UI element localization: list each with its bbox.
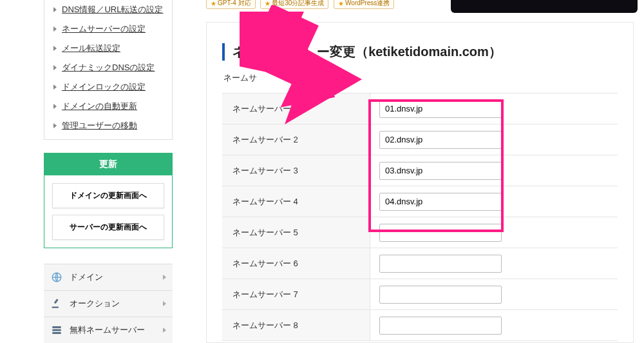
server-icon bbox=[50, 324, 63, 337]
svg-rect-2 bbox=[52, 307, 59, 308]
ns-label: ネームサーバー 8 bbox=[222, 310, 370, 340]
ns-row-1: ネームサーバー 1 bbox=[222, 93, 618, 124]
chevron-right-icon bbox=[163, 301, 166, 306]
star-icon: ★ bbox=[265, 0, 270, 7]
page-title: ネ ームサーバ ー変更（ketiketidomain.com） bbox=[222, 43, 618, 61]
sidebar-item-auto-renew[interactable]: ドメインの自動更新 bbox=[44, 97, 172, 116]
category-domain[interactable]: ドメイン bbox=[44, 264, 173, 291]
badge-label: GPT-4 対応 bbox=[218, 0, 251, 8]
ns-label: ネームサーバー 6 bbox=[222, 248, 370, 279]
chevron-right-icon bbox=[163, 328, 166, 333]
sidebar-item-label[interactable]: メール転送設定 bbox=[62, 43, 120, 54]
lead-prefix: ネームサ bbox=[223, 73, 257, 83]
caret-icon bbox=[53, 7, 57, 12]
ns-label: ネームサーバー 1 bbox=[222, 93, 370, 124]
caret-icon bbox=[53, 84, 57, 90]
ns-row-8: ネームサーバー 8 bbox=[222, 310, 618, 341]
badge-wordpress: ★WordPress連携 bbox=[334, 0, 394, 9]
star-icon: ★ bbox=[338, 0, 344, 7]
sidebar-item-label[interactable]: ドメインロックの設定 bbox=[62, 81, 146, 93]
main-panel: ネ ームサーバ ー変更（ketiketidomain.com） ネームサ ーバー… bbox=[206, 22, 634, 343]
goto-server-renew-button[interactable]: サーバーの更新画面へ bbox=[52, 215, 164, 240]
caret-icon bbox=[53, 65, 57, 70]
sidebar-item-domain-lock[interactable]: ドメインロックの設定 bbox=[44, 77, 172, 97]
sidebar-item-dns-url[interactable]: DNS情報／URL転送の設定 bbox=[44, 0, 172, 19]
ns-label: ネームサーバー 2 bbox=[222, 124, 370, 155]
caret-icon bbox=[53, 26, 57, 32]
ns-row-6: ネームサーバー 6 bbox=[222, 248, 618, 279]
update-box: 更新 ドメインの更新画面へ サーバーの更新画面へ bbox=[44, 153, 173, 248]
svg-rect-5 bbox=[52, 332, 61, 334]
category-label: オークション bbox=[70, 298, 156, 309]
ns-input-4[interactable] bbox=[379, 193, 502, 211]
goto-domain-renew-button[interactable]: ドメインの更新画面へ bbox=[52, 183, 164, 208]
category-label: ドメイン bbox=[70, 271, 156, 283]
update-box-title: 更新 bbox=[44, 153, 172, 175]
category-auction[interactable]: オークション bbox=[44, 291, 173, 317]
ns-input-8[interactable] bbox=[379, 317, 502, 335]
heading-suffix: ー変更（ketiketidomain.com） bbox=[317, 44, 502, 59]
svg-rect-1 bbox=[54, 299, 59, 304]
ns-input-3[interactable] bbox=[379, 162, 502, 180]
sidebar-item-ddns[interactable]: ダイナミックDNSの設定 bbox=[44, 58, 172, 77]
heading-prefix: ネ bbox=[232, 44, 245, 59]
caret-icon bbox=[53, 104, 57, 109]
ns-input-1[interactable] bbox=[379, 100, 502, 118]
category-list: ドメイン オークション 無料ネームサーバー bbox=[44, 264, 173, 343]
badge-gpt4: ★GPT-4 対応 bbox=[206, 0, 256, 9]
sidebar-item-label[interactable]: 管理ユーザーの移動 bbox=[62, 120, 137, 132]
ns-row-3: ネームサーバー 3 bbox=[222, 155, 618, 186]
sidebar-item-mail-forward[interactable]: メール転送設定 bbox=[44, 39, 172, 58]
sidebar-nav: DNS情報／URL転送の設定 ネームサーバーの設定 メール転送設定 ダイナミック… bbox=[44, 0, 173, 140]
star-icon: ★ bbox=[211, 0, 216, 7]
ns-row-4: ネームサーバー 4 bbox=[222, 186, 618, 217]
ns-row-2: ネームサーバー 2 bbox=[222, 124, 618, 155]
gavel-icon bbox=[50, 297, 63, 310]
sidebar-item-label[interactable]: ドメインの自動更新 bbox=[62, 101, 137, 112]
caret-icon bbox=[53, 123, 57, 128]
ns-label: ネームサーバー 7 bbox=[222, 279, 370, 309]
caret-icon bbox=[53, 46, 57, 51]
ns-row-7: ネームサーバー 7 bbox=[222, 279, 618, 310]
ns-input-5[interactable] bbox=[379, 224, 502, 242]
category-free-nameserver[interactable]: 無料ネームサーバー bbox=[44, 317, 173, 343]
svg-rect-4 bbox=[52, 329, 61, 331]
ns-label: ネームサーバー 4 bbox=[222, 186, 370, 217]
ns-input-2[interactable] bbox=[379, 131, 502, 149]
globe-icon bbox=[50, 271, 63, 284]
sidebar-item-move-user[interactable]: 管理ユーザーの移動 bbox=[44, 116, 172, 135]
badge-label: WordPress連携 bbox=[345, 0, 390, 8]
chevron-right-icon bbox=[163, 275, 166, 280]
lead-text: ネームサ ーバーの変更 を行います。 bbox=[223, 72, 618, 84]
category-label: 無料ネームサーバー bbox=[70, 324, 156, 336]
ns-input-6[interactable] bbox=[379, 255, 502, 273]
ns-label: ネームサーバー 3 bbox=[222, 155, 370, 186]
nameserver-table: ネームサーバー 1 ネームサーバー 2 ネームサーバー 3 ネームサーバー 4 … bbox=[222, 93, 618, 341]
badge-label: 最短30分記事生成 bbox=[272, 0, 324, 8]
lead-suffix: を行います。 bbox=[312, 73, 362, 83]
ns-label: ネームサーバー 5 bbox=[222, 217, 370, 248]
badge-30min: ★最短30分記事生成 bbox=[260, 0, 328, 9]
sidebar-item-nameserver[interactable]: ネームサーバーの設定 bbox=[44, 19, 172, 39]
sidebar-item-label[interactable]: ネームサーバーの設定 bbox=[62, 23, 146, 35]
sidebar-item-label[interactable]: ダイナミックDNSの設定 bbox=[62, 62, 155, 74]
svg-rect-3 bbox=[52, 326, 61, 328]
top-strip: ★GPT-4 対応 ★最短30分記事生成 ★WordPress連携 bbox=[206, 0, 644, 15]
dark-banner bbox=[451, 0, 638, 13]
sidebar-item-label[interactable]: DNS情報／URL転送の設定 bbox=[62, 4, 163, 15]
ns-row-5: ネームサーバー 5 bbox=[222, 217, 618, 248]
ns-input-7[interactable] bbox=[379, 286, 502, 304]
